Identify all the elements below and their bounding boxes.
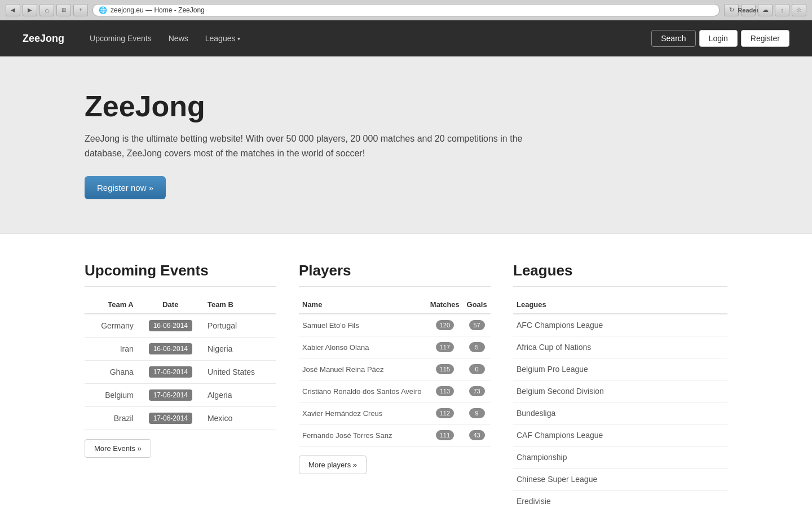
leagues-table: Leagues AFC Champions League Africa Cup … <box>513 296 727 508</box>
team-a-cell: Belgium <box>85 384 137 407</box>
nav-home[interactable]: ⌂ <box>39 4 54 16</box>
league-link[interactable]: AFC Champions League <box>517 321 603 330</box>
table-row: Belgium Second Division <box>513 380 727 402</box>
goals-badge: 5 <box>469 342 485 352</box>
players-section: Players Name Matches Goals Samuel Eto'o … <box>299 262 513 508</box>
table-row: Africa Cup of Nations <box>513 336 727 358</box>
address-bar[interactable]: 🌐 zeejong.eu — Home - ZeeJong <box>92 4 720 16</box>
table-row: José Manuel Reina Páez 115 0 <box>299 358 491 380</box>
goals-badge: 57 <box>469 320 485 330</box>
league-name-cell: Africa Cup of Nations <box>513 336 727 358</box>
table-row: AFC Champions League <box>513 314 727 336</box>
col-leagues: Leagues <box>513 296 727 314</box>
league-link[interactable]: Chinese Super League <box>517 475 597 484</box>
league-name-cell: AFC Champions League <box>513 314 727 336</box>
goals-badge: 9 <box>469 408 485 418</box>
register-now-button[interactable]: Register now » <box>85 176 166 199</box>
icloud-icon[interactable]: ☁ <box>758 4 773 16</box>
team-a-cell: Iran <box>85 338 137 361</box>
leagues-section: Leagues Leagues AFC Champions League Afr… <box>513 262 727 508</box>
table-row: Belgium 17-06-2014 Algeria <box>85 384 276 407</box>
date-badge: 17-06-2014 <box>149 389 192 401</box>
register-button[interactable]: Register <box>741 30 789 47</box>
navbar-brand[interactable]: ZeeJong <box>23 33 64 45</box>
navbar: ZeeJong Upcoming Events News Leagues ▾ S… <box>0 20 812 56</box>
chevron-down-icon: ▾ <box>237 36 240 42</box>
more-events-button[interactable]: More Events » <box>85 439 151 458</box>
date-badge: 17-06-2014 <box>149 413 192 424</box>
events-table: Team A Date Team B Germany 16-06-2014 Po… <box>85 296 276 430</box>
goals-cell: 5 <box>463 336 491 358</box>
league-name-cell: Chinese Super League <box>513 468 727 491</box>
league-link[interactable]: CAF Champions League <box>517 431 603 440</box>
hero-description: ZeeJong is the ultimate betting website!… <box>85 132 524 160</box>
nav-back[interactable]: ◀ <box>6 4 20 16</box>
table-row: Samuel Eto'o Fils 120 57 <box>299 314 491 336</box>
league-link[interactable]: Africa Cup of Nations <box>517 343 591 352</box>
browser-actions: ↻ Reader ☁ ↑ ☆ <box>724 4 806 16</box>
team-b-cell: Nigeria <box>204 338 276 361</box>
league-link[interactable]: Belgium Second Division <box>517 387 604 396</box>
table-row: Germany 16-06-2014 Portugal <box>85 314 276 338</box>
league-name-cell: Bundesliga <box>513 402 727 424</box>
matches-cell: 112 <box>426 402 463 424</box>
player-name-cell[interactable]: Samuel Eto'o Fils <box>299 314 426 336</box>
navbar-links: Upcoming Events News Leagues ▾ <box>81 20 651 56</box>
globe-icon: 🌐 <box>99 6 107 14</box>
league-link[interactable]: Eredivisie <box>517 497 551 506</box>
bookmark-icon[interactable]: ☆ <box>792 4 806 16</box>
upcoming-events-title: Upcoming Events <box>85 262 276 287</box>
table-row: CAF Champions League <box>513 424 727 446</box>
league-link[interactable]: Bundesliga <box>517 409 555 418</box>
team-b-cell: Portugal <box>204 314 276 338</box>
navbar-actions: Search Login Register <box>651 30 789 47</box>
reader-btn[interactable]: Reader <box>741 4 756 16</box>
player-name-cell[interactable]: José Manuel Reina Páez <box>299 358 426 380</box>
table-row: Xabier Alonso Olana 117 5 <box>299 336 491 358</box>
refresh-icon[interactable]: ↻ <box>724 4 739 16</box>
hero-title: ZeeJong <box>85 90 727 122</box>
goals-cell: 43 <box>463 424 491 446</box>
table-row: Eredivisie <box>513 491 727 508</box>
date-cell: 17-06-2014 <box>137 361 204 384</box>
matches-badge: 117 <box>436 342 454 352</box>
search-button[interactable]: Search <box>651 30 695 47</box>
date-cell: 17-06-2014 <box>137 407 204 430</box>
player-name-cell[interactable]: Cristiano Ronaldo dos Santos Aveiro <box>299 380 426 402</box>
team-b-cell: United States <box>204 361 276 384</box>
date-badge: 16-06-2014 <box>149 320 192 331</box>
nav-link-news[interactable]: News <box>160 20 197 56</box>
goals-cell: 73 <box>463 380 491 402</box>
matches-cell: 120 <box>426 314 463 336</box>
goals-cell: 9 <box>463 402 491 424</box>
nav-link-leagues[interactable]: Leagues ▾ <box>197 20 249 56</box>
address-text: zeejong.eu — Home - ZeeJong <box>111 6 205 14</box>
player-name-cell[interactable]: Fernando José Torres Sanz <box>299 424 426 446</box>
login-button[interactable]: Login <box>699 30 738 47</box>
matches-badge: 113 <box>436 386 454 396</box>
goals-badge: 43 <box>469 430 485 440</box>
upcoming-events-section: Upcoming Events Team A Date Team B Germa… <box>85 262 299 508</box>
more-players-button[interactable]: More players » <box>299 456 367 474</box>
player-name-cell[interactable]: Xabier Alonso Olana <box>299 336 426 358</box>
goals-cell: 0 <box>463 358 491 380</box>
league-name-cell: Championship <box>513 446 727 468</box>
nav-link-upcoming-events[interactable]: Upcoming Events <box>81 20 160 56</box>
player-name-cell[interactable]: Xavier Hernández Creus <box>299 402 426 424</box>
col-team-a: Team A <box>85 296 137 314</box>
goals-badge: 73 <box>469 386 485 396</box>
share-icon[interactable]: ↑ <box>775 4 789 16</box>
nav-forward[interactable]: ▶ <box>23 4 37 16</box>
table-row: Cristiano Ronaldo dos Santos Aveiro 113 … <box>299 380 491 402</box>
nav-new-tab[interactable]: + <box>73 4 88 16</box>
table-row: Chinese Super League <box>513 468 727 491</box>
table-row: Ghana 17-06-2014 United States <box>85 361 276 384</box>
goals-cell: 57 <box>463 314 491 336</box>
goals-badge: 0 <box>469 364 485 374</box>
league-link[interactable]: Championship <box>517 453 567 462</box>
table-row: Championship <box>513 446 727 468</box>
nav-grid[interactable]: ⊞ <box>56 4 71 16</box>
league-link[interactable]: Belgium Pro League <box>517 365 588 374</box>
col-date: Date <box>137 296 204 314</box>
players-title: Players <box>299 262 491 287</box>
